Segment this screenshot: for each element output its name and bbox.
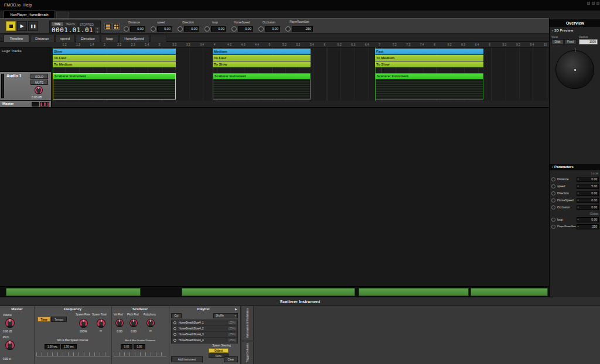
scatterer-region-1[interactable]: Scatterer Instrument: [53, 73, 176, 99]
param-value[interactable]: 0.00: [184, 26, 199, 32]
spawn-total-knob[interactable]: [97, 319, 105, 328]
menu-item-fmodio[interactable]: FMOD.io: [4, 3, 21, 7]
param-value[interactable]: 0.00: [577, 191, 599, 196]
view-fixed-button[interactable]: Fixed: [564, 39, 577, 44]
master-route-icon[interactable]: [40, 102, 49, 107]
tab-direction[interactable]: Direction: [76, 35, 100, 42]
tab-timeline[interactable]: Timeline: [4, 35, 29, 42]
time-mode-button[interactable]: TIME: [52, 22, 63, 26]
param-knob[interactable]: [551, 184, 555, 188]
new-tab-stub[interactable]: [56, 12, 69, 18]
3d-preview-sphere[interactable]: [555, 50, 594, 89]
play-button[interactable]: ▶: [17, 21, 27, 31]
menu-item-help[interactable]: Help: [23, 3, 32, 7]
scatterer-region-3[interactable]: Scatterer Instrument: [375, 73, 483, 99]
audio-track-header[interactable]: Audio 1 SOLO MUTE 0.00 dB: [0, 72, 52, 101]
polyphony-knob[interactable]: [146, 319, 155, 327]
mute-button[interactable]: MUTE: [30, 80, 48, 85]
transition-region[interactable]: To Fast: [213, 55, 311, 61]
parameters-section-header[interactable]: ▼ Parameters: [550, 164, 600, 170]
param-value[interactable]: 0.00: [577, 177, 599, 182]
tab-automation-modulation[interactable]: Automation & Modulation: [241, 306, 254, 341]
param-dial[interactable]: [151, 26, 156, 32]
overview-region[interactable]: [6, 288, 141, 296]
pause-button[interactable]: ❚❚: [28, 21, 38, 31]
stop-button[interactable]: [6, 21, 16, 31]
tab-speed[interactable]: speed: [55, 35, 75, 42]
param-value[interactable]: 0.00: [265, 26, 280, 32]
logic-track-header[interactable]: Logic Tracks: [0, 47, 52, 72]
scatterer-region-2[interactable]: Scatterer Instrument: [213, 73, 311, 99]
spawn-interval-min[interactable]: 1.00 sec: [45, 344, 60, 349]
transition-region[interactable]: To Slow: [375, 61, 483, 67]
tempo-button[interactable]: Tempo: [51, 317, 67, 322]
lane-view-button[interactable]: [104, 23, 111, 30]
event-tab-active[interactable]: NonPlayer_HorseBreath: [4, 11, 55, 18]
tab-distance[interactable]: Distance: [30, 35, 54, 42]
window-control-icon[interactable]: [596, 2, 599, 5]
master-track-header[interactable]: Master: [0, 101, 52, 108]
param-knob[interactable]: [551, 177, 555, 181]
destination-marker[interactable]: Fast: [375, 49, 483, 54]
param-value[interactable]: 5.00: [577, 184, 599, 189]
scatter-distance-slider[interactable]: [114, 352, 166, 356]
param-dial[interactable]: [178, 26, 183, 32]
playlist-play-icon[interactable]: ▶: [235, 307, 237, 311]
overview-region[interactable]: [182, 288, 355, 296]
time-button[interactable]: Time: [38, 317, 50, 322]
cut-button[interactable]: Cut: [171, 313, 182, 318]
counter-stepper-down-icon[interactable]: ▼: [95, 30, 100, 33]
listener-dot[interactable]: [574, 69, 576, 71]
pitch-knob[interactable]: [5, 341, 15, 350]
param-value[interactable]: 0.00: [577, 205, 599, 210]
destination-marker[interactable]: Medium: [213, 49, 311, 54]
overview-region[interactable]: [471, 288, 548, 296]
counter-stepper-up-icon[interactable]: ▲: [95, 27, 100, 30]
timeline-overview-strip[interactable]: [0, 286, 549, 297]
param-knob[interactable]: [551, 225, 555, 229]
preview-section-header[interactable]: ▼ 3D Preview: [551, 29, 573, 32]
param-value[interactable]: 5.00: [157, 26, 172, 32]
grid-view-button[interactable]: [112, 23, 120, 30]
vol-rnd-knob[interactable]: [115, 319, 124, 327]
transition-region[interactable]: To Medium: [53, 61, 176, 67]
tab-stub[interactable]: [150, 35, 166, 42]
param-value[interactable]: 0.00: [130, 26, 145, 32]
param-knob[interactable]: [551, 218, 555, 222]
spawn-interval-max[interactable]: 1.50 sec: [61, 344, 77, 349]
param-knob[interactable]: [551, 198, 555, 202]
scatter-distance-min[interactable]: 0.00: [121, 344, 132, 349]
view-orbit-button[interactable]: Orbit: [551, 39, 564, 44]
add-instrument-button[interactable]: Add Instrument: [171, 356, 203, 362]
oldest-button[interactable]: Oldest: [209, 348, 229, 353]
destination-marker[interactable]: Slow: [53, 49, 176, 54]
transition-region[interactable]: To Slow: [213, 61, 311, 67]
playlist-item[interactable]: HorseBreathSlow4_2 (25%): [172, 326, 237, 332]
param-knob[interactable]: [551, 205, 555, 210]
transition-region[interactable]: To Fast: [53, 55, 176, 61]
volume-knob[interactable]: [5, 318, 15, 328]
playlist-item[interactable]: HorseBreathSlow4_3 (25%): [172, 332, 237, 338]
param-value[interactable]: 0.00: [211, 26, 226, 32]
playlist-item[interactable]: HorseBreathSlow4_1 (25%): [172, 320, 237, 326]
window-control-icon[interactable]: [592, 2, 595, 5]
transition-region[interactable]: To Medium: [375, 55, 483, 61]
param-knob[interactable]: [551, 191, 555, 195]
tab-trigger-behavior[interactable]: Trigger Behavior: [241, 342, 254, 364]
window-control-icon[interactable]: [587, 2, 590, 5]
clear-button[interactable]: Clear: [224, 356, 238, 362]
playlist-item[interactable]: HorseBreathSlow4_4 (25%): [172, 338, 237, 344]
param-dial[interactable]: [204, 26, 210, 32]
param-value[interactable]: 250: [292, 26, 313, 32]
tab-loop[interactable]: loop: [101, 35, 118, 42]
spawn-interval-slider[interactable]: [36, 352, 110, 356]
overview-region[interactable]: [359, 288, 469, 296]
param-dial[interactable]: [258, 26, 264, 32]
param-value[interactable]: 0.00: [238, 26, 253, 32]
solo-button[interactable]: SOLO: [30, 74, 48, 79]
beats-mode-button[interactable]: BEATS: [64, 22, 77, 26]
param-value[interactable]: 0.00: [577, 198, 599, 203]
param-value[interactable]: 250: [577, 224, 599, 229]
spawn-rate-knob[interactable]: [79, 319, 88, 328]
timeline-ruler[interactable]: 1.21.31.422.22.32.433.23.33.444.24.34.45…: [0, 42, 549, 47]
